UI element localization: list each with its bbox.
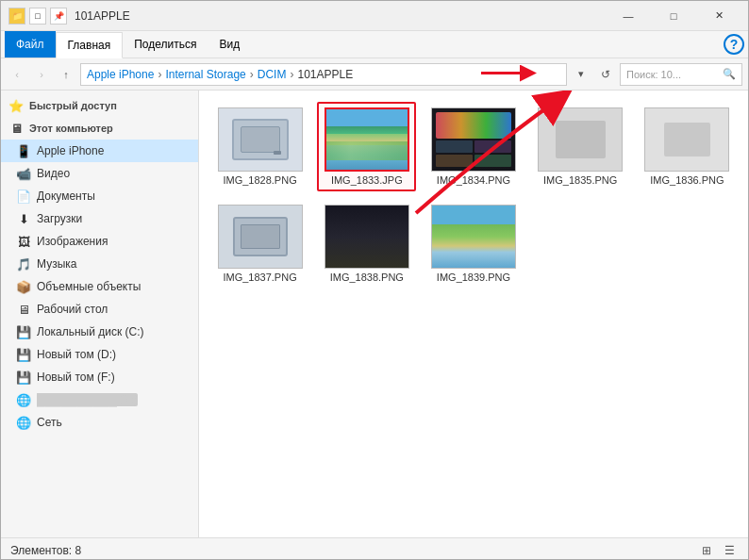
window-controls: — □ ✕: [607, 1, 741, 31]
file-grid: IMG_1828.PNG IMG_1833.JPG: [199, 91, 748, 537]
address-bar: ‹ › ↑ Apple iPhone › Internal Storage › …: [1, 58, 748, 91]
search-placeholder: Поиск: 10...: [626, 69, 681, 80]
breadcrumb: Apple iPhone › Internal Storage › DCIM ›…: [87, 68, 353, 81]
file-thumb: [218, 205, 303, 269]
sidebar-item-music[interactable]: 🎵 Музыка: [1, 253, 198, 275]
status-count: Элементов: 8: [10, 544, 81, 557]
ribbon: Файл Главная Поделиться Вид ?: [1, 31, 748, 58]
up-button[interactable]: ↑: [56, 64, 76, 85]
status-bar: Элементов: 8 ⊞ ☰: [1, 537, 748, 560]
ribbon-tabs: Файл Главная Поделиться Вид ?: [1, 31, 748, 58]
help-button[interactable]: ?: [724, 34, 744, 55]
window-title: 101APPLE: [75, 9, 607, 23]
drive-c-icon: 💾: [16, 324, 31, 339]
sidebar-item-this-computer[interactable]: 🖥 Этот компьютер: [1, 117, 198, 140]
list-item[interactable]: IMG_1837.PNG: [210, 199, 309, 288]
dropdown-button[interactable]: ▾: [571, 64, 591, 85]
tab-file[interactable]: Файл: [5, 31, 56, 58]
maximize-button[interactable]: □: [652, 1, 695, 31]
title-pin-icon: 📌: [50, 8, 67, 25]
music-icon: 🎵: [16, 256, 31, 272]
network-z-icon: 🌐: [16, 392, 31, 407]
tab-home[interactable]: Главная: [56, 32, 124, 58]
file-thumb: [218, 107, 303, 172]
tab-share[interactable]: Поделиться: [123, 31, 208, 58]
large-icons-button[interactable]: ⊞: [697, 541, 716, 560]
sidebar-item-local-c[interactable]: 💾 Локальный диск (C:): [1, 321, 198, 343]
images-icon: 🖼: [16, 234, 31, 249]
list-item[interactable]: IMG_1839.PNG: [424, 199, 523, 288]
sidebar-item-3dobjects[interactable]: 📦 Объемные объекты: [1, 275, 198, 298]
list-item[interactable]: IMG_1836.PNG: [638, 102, 737, 191]
crumb-internal-storage[interactable]: Internal Storage: [165, 68, 245, 81]
sidebar-item-drive-f[interactable]: 💾 Новый том (F:): [1, 366, 198, 388]
file-thumb: [538, 107, 623, 172]
title-quick-access-icon: □: [29, 8, 46, 25]
file-label: IMG_1833.JPG: [331, 174, 403, 186]
refresh-button[interactable]: ↺: [595, 64, 616, 85]
sidebar-item-network-z[interactable]: 🌐 ██████████ (Z:): [1, 388, 198, 411]
sidebar: ⭐ Быстрый доступ 🖥 Этот компьютер 📱 Appl…: [1, 91, 199, 537]
iphone-icon: 📱: [16, 143, 31, 158]
crumb-apple-iphone[interactable]: Apple iPhone: [87, 68, 154, 81]
computer-icon: 🖥: [8, 121, 24, 136]
minimize-button[interactable]: —: [607, 1, 650, 31]
details-button[interactable]: ☰: [720, 541, 739, 560]
file-thumb: [325, 107, 409, 172]
file-label: IMG_1839.PNG: [437, 272, 510, 283]
sidebar-item-documents[interactable]: 📄 Документы: [1, 185, 198, 207]
downloads-icon: ⬇: [16, 211, 31, 226]
drive-f-icon: 💾: [16, 370, 31, 385]
list-item[interactable]: IMG_1834.PNG: [424, 102, 523, 191]
file-label: IMG_1836.PNG: [650, 174, 724, 186]
crumb-101apple: 101APPLE: [297, 68, 353, 81]
view-controls: ⊞ ☰: [697, 541, 739, 560]
file-thumb: [325, 205, 409, 269]
back-button[interactable]: ‹: [7, 64, 27, 85]
star-icon: ⭐: [8, 98, 24, 113]
search-box[interactable]: Поиск: 10... 🔍: [620, 63, 742, 86]
file-label: IMG_1837.PNG: [223, 272, 296, 283]
sidebar-item-network[interactable]: 🌐 Сеть: [1, 411, 198, 434]
sidebar-item-quick-access[interactable]: ⭐ Быстрый доступ: [1, 94, 198, 117]
video-icon: 📹: [16, 166, 31, 181]
sidebar-item-downloads[interactable]: ⬇ Загрузки: [1, 207, 198, 230]
file-label: IMG_1834.PNG: [437, 174, 510, 186]
documents-icon: 📄: [16, 189, 31, 204]
main-area: ⭐ Быстрый доступ 🖥 Этот компьютер 📱 Appl…: [1, 91, 748, 537]
file-thumb: [431, 205, 516, 269]
sidebar-item-desktop[interactable]: 🖥 Рабочий стол: [1, 298, 198, 321]
file-thumb: [431, 107, 516, 172]
desktop-icon: 🖥: [16, 302, 31, 317]
search-icon[interactable]: 🔍: [723, 68, 736, 80]
list-item[interactable]: IMG_1828.PNG: [210, 102, 309, 191]
crumb-dcim[interactable]: DCIM: [258, 68, 287, 81]
network-icon: 🌐: [16, 415, 31, 430]
list-item[interactable]: IMG_1835.PNG: [531, 102, 630, 191]
title-bar-icons: 📁 □ 📌: [8, 8, 67, 25]
sidebar-item-drive-d[interactable]: 💾 Новый том (D:): [1, 343, 198, 366]
title-bar: 📁 □ 📌 101APPLE — □ ✕: [1, 1, 748, 31]
file-label: IMG_1828.PNG: [223, 174, 296, 186]
sidebar-item-video[interactable]: 📹 Видео: [1, 162, 198, 185]
file-label: IMG_1838.PNG: [330, 272, 404, 283]
list-item[interactable]: IMG_1833.JPG: [317, 102, 416, 191]
file-label: IMG_1835.PNG: [543, 174, 617, 186]
3d-icon: 📦: [16, 279, 31, 294]
tab-view[interactable]: Вид: [208, 31, 251, 58]
drive-d-icon: 💾: [16, 347, 31, 362]
forward-button[interactable]: ›: [31, 64, 52, 85]
sidebar-item-apple-iphone[interactable]: 📱 Apple iPhone: [1, 140, 198, 162]
address-arrow-annotation: [481, 63, 538, 82]
sidebar-item-images[interactable]: 🖼 Изображения: [1, 230, 198, 253]
file-thumb: [644, 107, 729, 172]
list-item[interactable]: IMG_1838.PNG: [317, 199, 416, 288]
close-button[interactable]: ✕: [697, 1, 741, 31]
title-folder-icon: 📁: [8, 8, 25, 25]
address-path[interactable]: Apple iPhone › Internal Storage › DCIM ›…: [80, 63, 567, 86]
